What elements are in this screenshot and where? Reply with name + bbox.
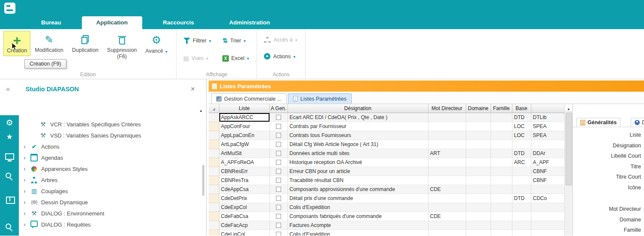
- monitor-icon[interactable]: [0, 153, 19, 161]
- column-header-a-gen[interactable]: A Gen.: [270, 104, 288, 113]
- tree-item[interactable]: DIALOG : Requêtes: [19, 219, 200, 230]
- checkbox-icon[interactable]: [276, 133, 281, 138]
- row-handle[interactable]: [209, 131, 219, 140]
- search-icon[interactable]: [0, 172, 19, 181]
- cell-base[interactable]: [512, 167, 531, 176]
- cell-domaine[interactable]: [466, 230, 491, 236]
- checkbox-icon[interactable]: [276, 142, 281, 147]
- cell-extra[interactable]: SPEA: [531, 131, 564, 140]
- arrow-up-icon[interactable]: [199, 106, 203, 114]
- cell-base[interactable]: [512, 185, 531, 194]
- avance-button[interactable]: Avancé: [141, 31, 172, 57]
- cell-designation[interactable]: Colis d'Expédition: [288, 230, 428, 236]
- checkbox-icon[interactable]: [276, 187, 281, 192]
- close-icon[interactable]: [191, 85, 195, 93]
- tree-item[interactable]: Actions: [19, 141, 200, 152]
- cell-liste[interactable]: ArtLpaCfgW: [219, 140, 270, 149]
- cell-extra[interactable]: [531, 185, 564, 194]
- cell-domaine[interactable]: [466, 149, 491, 158]
- column-header-famille[interactable]: Famille: [491, 104, 512, 113]
- chevron-down-icon[interactable]: [209, 38, 211, 44]
- cell-liste[interactable]: CdeFacAcp: [219, 221, 270, 230]
- table-row[interactable]: ArtMulSit Données article multi sites AR…: [209, 149, 564, 158]
- cell-a-gen[interactable]: [270, 176, 288, 185]
- cell-liste[interactable]: CdeAppCsa: [219, 185, 270, 194]
- tree-item[interactable]: Dessin Dynamique: [19, 197, 200, 208]
- tab-gestion-commerciale[interactable]: Gestion Commerciale ...: [211, 93, 287, 104]
- checkbox-icon[interactable]: [276, 232, 281, 236]
- chevron-right-icon[interactable]: [24, 210, 27, 217]
- table-row[interactable]: AppAskARCC Ecart ARC EDI / CdeOA( Prix ,…: [209, 113, 564, 122]
- tree-item[interactable]: Couplages: [19, 185, 200, 197]
- cell-base[interactable]: DTD: [512, 194, 531, 203]
- row-handle[interactable]: [209, 122, 219, 131]
- cell-domaine[interactable]: [466, 203, 491, 212]
- cell-liste[interactable]: AppConFour: [219, 122, 270, 131]
- chevron-down-icon[interactable]: [165, 47, 168, 55]
- checkbox-icon[interactable]: [276, 115, 281, 120]
- checkbox-icon[interactable]: [276, 205, 281, 210]
- row-handle[interactable]: [209, 149, 219, 158]
- cell-liste[interactable]: AppAskARCC: [219, 113, 270, 122]
- cell-base[interactable]: DTD: [512, 113, 531, 122]
- cell-mot-directeur[interactable]: [428, 194, 466, 203]
- grid-scrollbar[interactable]: [564, 104, 572, 236]
- cell-mot-directeur[interactable]: [428, 113, 466, 122]
- chevron-down-icon[interactable]: [244, 38, 246, 44]
- tab-administration[interactable]: Administration: [215, 16, 285, 29]
- columns-icon[interactable]: [0, 195, 19, 204]
- cell-designation[interactable]: Contrats par Fournisseur: [288, 122, 428, 131]
- suppression-button[interactable]: Suppression (F6): [103, 31, 141, 62]
- column-header-domaine[interactable]: Domaine: [466, 104, 491, 113]
- tab-raccourcis[interactable]: Raccourcis: [148, 16, 209, 29]
- cell-mot-directeur[interactable]: [428, 176, 466, 185]
- table-row[interactable]: CBNResErr Erreur CBN pour un article CBN…: [209, 167, 564, 176]
- cell-extra[interactable]: [531, 212, 564, 221]
- cell-extra[interactable]: [531, 230, 564, 236]
- cell-liste[interactable]: AppLpaConEn: [219, 131, 270, 140]
- cell-a-gen[interactable]: [270, 185, 288, 194]
- cell-mot-directeur[interactable]: CDE: [428, 212, 466, 221]
- creation-button[interactable]: Création: [3, 31, 30, 56]
- filtrer-button[interactable]: Filtrer: [183, 37, 211, 45]
- cell-a-gen[interactable]: [270, 158, 288, 167]
- chevron-right-icon[interactable]: [24, 154, 27, 161]
- cell-famille[interactable]: [491, 167, 512, 176]
- cell-famille[interactable]: [491, 212, 512, 221]
- checkbox-icon[interactable]: [276, 196, 281, 201]
- cell-famille[interactable]: [491, 131, 512, 140]
- chevron-right-icon[interactable]: [24, 221, 27, 228]
- gear-icon[interactable]: [0, 118, 19, 127]
- chevron-right-icon[interactable]: [24, 165, 27, 172]
- cell-famille[interactable]: [491, 122, 512, 131]
- cell-base[interactable]: [512, 230, 531, 236]
- grid-scrollbar-thumb[interactable]: [566, 113, 572, 185]
- table-row[interactable]: CdeFabCsa Composants fabriqués d'une com…: [209, 212, 564, 221]
- table-row[interactable]: AppLpaConEn Contrats tous Fournisseurs L…: [209, 131, 564, 140]
- cell-base[interactable]: ARC: [512, 158, 531, 167]
- chevron-right-icon[interactable]: [24, 176, 27, 183]
- cell-designation[interactable]: Composants fabriqués d'une commande: [288, 212, 428, 221]
- row-handle[interactable]: [209, 230, 219, 236]
- cell-designation[interactable]: Détail Cfg Web Article Negoce ( Art 31): [288, 140, 428, 149]
- checkbox-icon[interactable]: [276, 178, 281, 183]
- table-row[interactable]: AppConFour Contrats par Fournisseur LOC …: [209, 122, 564, 131]
- tree-item[interactable]: DIALOG : Environnement: [19, 208, 200, 219]
- cell-domaine[interactable]: [466, 167, 491, 176]
- cell-liste[interactable]: ArtMulSit: [219, 149, 270, 158]
- star-icon[interactable]: [0, 132, 19, 141]
- cell-extra[interactable]: [531, 140, 564, 149]
- cell-a-gen[interactable]: [270, 212, 288, 221]
- row-handle[interactable]: [209, 113, 219, 122]
- tree-item[interactable]: VCR : Variables Spécifiques Critères: [19, 119, 200, 130]
- cell-famille[interactable]: [491, 221, 512, 230]
- tab-bureau[interactable]: Bureau: [27, 16, 76, 29]
- cell-extra[interactable]: A_APF: [531, 158, 564, 167]
- row-handle[interactable]: [209, 140, 219, 149]
- cell-famille[interactable]: [491, 176, 512, 185]
- cell-famille[interactable]: [491, 140, 512, 149]
- cell-base[interactable]: [512, 221, 531, 230]
- table-row[interactable]: CdeAppCsa Composants approvisionnés d'un…: [209, 185, 564, 194]
- row-handle[interactable]: [209, 167, 219, 176]
- cell-mot-directeur[interactable]: [428, 140, 466, 149]
